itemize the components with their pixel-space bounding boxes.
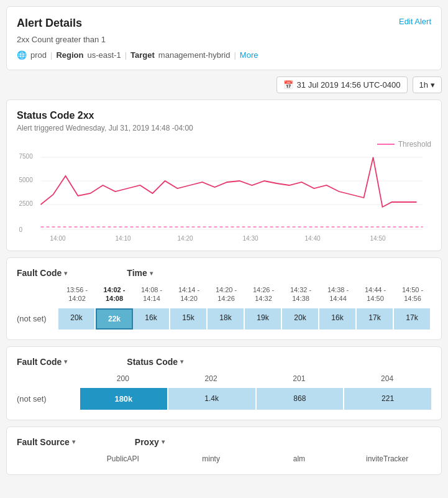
status-col-header-item: 201 xyxy=(255,373,344,384)
time-col-header-item: 14:14 - 14:20 xyxy=(170,284,208,305)
proxy-spacer xyxy=(17,453,79,464)
target-value: management-hybrid xyxy=(158,50,231,60)
separator-3: | xyxy=(234,50,235,60)
status-col-header-item: 200 xyxy=(79,373,167,384)
more-link[interactable]: More xyxy=(240,50,258,60)
date-picker-button[interactable]: 📅 31 Jul 2019 14:56 UTC-0400 xyxy=(277,76,408,93)
region-label: Region xyxy=(56,50,83,60)
time-cells: 20k22k16k15k18k19k20k16k17k17k xyxy=(58,308,431,330)
status-cell[interactable]: 221 xyxy=(344,388,431,410)
alert-details-header: Alert Details Edit Alert xyxy=(17,17,431,30)
svg-text:5000: 5000 xyxy=(19,177,34,183)
time-col-header-item: 14:08 - 14:14 xyxy=(133,284,170,305)
alert-description: 2xx Count greater than 1 xyxy=(17,35,431,44)
region-value: us-east-1 xyxy=(87,50,121,60)
status-cell[interactable]: 180k xyxy=(80,388,167,410)
separator-2: | xyxy=(125,50,127,60)
time-cell[interactable]: 16k xyxy=(319,308,357,330)
svg-text:14:40: 14:40 xyxy=(305,235,321,242)
time-cell[interactable]: 17k xyxy=(394,308,431,330)
chart-area: 7500 5000 2500 0 14:00 14:10 14:20 14:30… xyxy=(17,151,431,244)
alert-details-card: Alert Details Edit Alert 2xx Count great… xyxy=(6,6,442,70)
chart-card: Status Code 2xx Alert triggered Wednesda… xyxy=(6,99,442,251)
proxy-col-header-item: PublicAPI xyxy=(79,453,167,464)
svg-text:14:50: 14:50 xyxy=(370,235,386,242)
proxy-col-header-item: alm xyxy=(255,453,344,464)
target-label: Target xyxy=(130,50,155,60)
status-code-caret-icon: ▾ xyxy=(180,358,183,365)
svg-text:7500: 7500 xyxy=(19,153,34,160)
svg-text:14:30: 14:30 xyxy=(243,235,258,242)
time-cell[interactable]: 15k xyxy=(170,308,208,330)
chart-svg: 7500 5000 2500 0 14:00 14:10 14:20 14:30… xyxy=(17,151,431,244)
threshold-label: Threshold xyxy=(398,140,431,149)
time-col-header-item: 13:56 - 14:02 xyxy=(58,284,96,305)
time-cell[interactable]: 20k xyxy=(58,308,96,330)
status-code-col-label: Status Code xyxy=(127,357,178,367)
calendar-icon: 📅 xyxy=(283,80,293,90)
fault-code-status-col-label: Fault Code xyxy=(17,357,62,367)
proxy-col-header-item: inviteTracker xyxy=(343,453,431,464)
time-range-button[interactable]: 1h ▾ xyxy=(413,76,442,93)
status-col-header-item: 204 xyxy=(343,373,431,384)
fault-code-status-caret-icon: ▾ xyxy=(64,358,67,365)
svg-text:14:00: 14:00 xyxy=(50,235,66,242)
svg-text:14:10: 14:10 xyxy=(116,235,131,242)
status-cell[interactable]: 1.4k xyxy=(168,388,255,410)
fault-source-col-label: Fault Source xyxy=(17,437,70,447)
status-table-wrapper: 200202201204 (not set) 180k1.4k868221 xyxy=(17,373,431,410)
time-cell[interactable]: 17k xyxy=(357,308,394,330)
fault-code-col-header[interactable]: Fault Code ▾ xyxy=(17,268,67,278)
time-col-header-item: 14:44 - 14:50 xyxy=(357,284,394,305)
fault-code-col-label: Fault Code xyxy=(17,268,62,278)
time-col-header-item: 14:02 - 14:08 xyxy=(96,284,133,305)
time-col-header-item: 14:50 - 14:56 xyxy=(394,284,431,305)
fault-code-status-card: Fault Code ▾ Status Code ▾ 200202201204 … xyxy=(6,346,442,420)
proxy-col-header[interactable]: Proxy ▾ xyxy=(135,437,165,447)
separator-1: | xyxy=(50,50,52,60)
time-cell[interactable]: 16k xyxy=(133,308,170,330)
row-label-spacer xyxy=(17,284,58,305)
status-col-headers: 200202201204 xyxy=(79,373,431,384)
status-code-col-header[interactable]: Status Code ▾ xyxy=(127,357,183,367)
proxy-col-label: Proxy xyxy=(135,437,159,447)
svg-text:2500: 2500 xyxy=(19,200,34,207)
fault-code-status-col-header[interactable]: Fault Code ▾ xyxy=(17,357,67,367)
fault-source-caret-icon: ▾ xyxy=(72,438,75,445)
time-cell[interactable]: 20k xyxy=(282,308,319,330)
time-table-row: (not set) 20k22k16k15k18k19k20k16k17k17k xyxy=(17,308,431,330)
fault-code-row-label: (not set) xyxy=(17,314,58,323)
time-cell[interactable]: 19k xyxy=(245,308,282,330)
alert-title: Alert Details xyxy=(17,17,82,30)
threshold-line-icon xyxy=(377,144,395,145)
time-cell[interactable]: 18k xyxy=(208,308,245,330)
edit-alert-link[interactable]: Edit Alert xyxy=(399,17,431,26)
fault-source-col-header[interactable]: Fault Source ▾ xyxy=(17,437,75,447)
toolbar: 📅 31 Jul 2019 14:56 UTC-0400 1h ▾ xyxy=(6,76,442,93)
status-cell[interactable]: 868 xyxy=(257,388,344,410)
time-col-header-item: 14:38 - 14:44 xyxy=(319,284,357,305)
time-col-header-item: 14:26 - 14:32 xyxy=(245,284,282,305)
status-table-row: (not set) 180k1.4k868221 xyxy=(17,388,431,410)
time-col-headers: 13:56 - 14:0214:02 - 14:0814:08 - 14:141… xyxy=(58,284,431,305)
fault-code-status-row-label: (not set) xyxy=(17,394,79,403)
chevron-down-icon: ▾ xyxy=(431,80,435,90)
globe-icon: 🌐 xyxy=(17,50,27,60)
fault-source-card: Fault Source ▾ Proxy ▾ PublicAPImintyalm… xyxy=(6,427,442,475)
chart-title: Status Code 2xx xyxy=(17,110,431,121)
chart-legend: Threshold xyxy=(17,140,431,149)
time-cell[interactable]: 22k xyxy=(96,308,133,330)
time-col-header[interactable]: Time ▾ xyxy=(127,268,152,278)
status-cells: 180k1.4k868221 xyxy=(80,388,431,410)
status-col-header-item: 202 xyxy=(167,373,255,384)
proxy-col-headers-row: PublicAPImintyalminviteTracker xyxy=(17,453,431,464)
chart-subtitle: Alert triggered Wednesday, Jul 31, 2019 … xyxy=(17,124,431,132)
time-col-header-item: 14:20 - 14:26 xyxy=(208,284,245,305)
proxy-caret-icon: ▾ xyxy=(162,438,165,445)
time-range-value: 1h xyxy=(419,80,428,90)
svg-text:14:20: 14:20 xyxy=(178,235,193,242)
time-table-wrapper: 13:56 - 14:0214:02 - 14:0814:08 - 14:141… xyxy=(17,284,431,330)
status-row-label-spacer xyxy=(17,373,79,384)
time-col-label: Time xyxy=(127,268,147,278)
alert-meta: 🌐 prod | Region us-east-1 | Target manag… xyxy=(17,50,431,60)
